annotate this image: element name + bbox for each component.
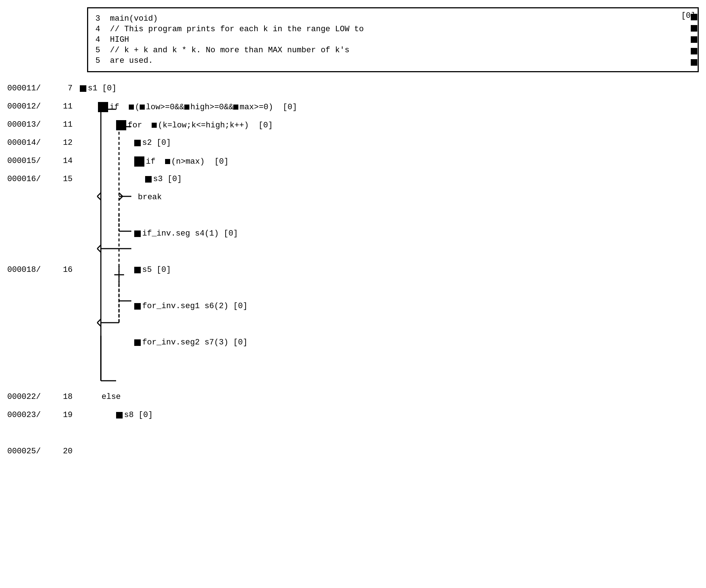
comment-line-2: 4 // This program prints for each k in t… xyxy=(95,25,676,34)
main-container: [0] 3 main(void) 4 // This program print… xyxy=(7,7,699,465)
addr-000013: 000013/ xyxy=(7,120,54,129)
row-gap3 xyxy=(7,283,699,301)
row-s2: 000014/ 12 s2 [0] xyxy=(7,138,699,156)
content-s8: s8 [0] xyxy=(80,411,699,420)
content-if-nmax: if (n>max) [0] xyxy=(80,156,699,167)
comment-sq-3 xyxy=(691,36,697,43)
comment-box: [0] 3 main(void) 4 // This program print… xyxy=(87,7,699,72)
content-for: for (k=low;k<=high;k++) [0] xyxy=(80,120,699,130)
bullet-if-paren1 xyxy=(129,105,134,110)
row-if-nmax: 000015/ 14 if (n>max) [0] xyxy=(7,156,699,174)
content-break: break xyxy=(80,193,699,202)
bullet-ifinv xyxy=(134,230,141,237)
comment-line-3: 4 HIGH xyxy=(95,35,676,44)
content-s1: s1 [0] xyxy=(80,84,699,93)
linenum-11a: 11 xyxy=(54,102,80,111)
content-s5: s5 [0] xyxy=(80,265,699,274)
content-forinv2: for_inv.seg2 s7(3) [0] xyxy=(80,338,699,347)
row-gap6 xyxy=(7,374,699,392)
bullet-s5 xyxy=(134,267,141,273)
linenum-7: 7 xyxy=(54,84,80,93)
row-gap4 xyxy=(7,320,699,337)
linenum-14: 14 xyxy=(54,156,80,166)
bullet-s3 xyxy=(145,176,152,183)
linenum-18: 18 xyxy=(54,392,80,401)
row-if: 000012/ 11 if ( low>=0&& high>=0&& max>=… xyxy=(7,102,699,119)
content-s3: s3 [0] xyxy=(80,175,699,184)
comment-sq-4 xyxy=(691,48,697,54)
bullet-if-nmax-paren xyxy=(165,159,170,164)
row-forinv2: for_inv.seg2 s7(3) [0] xyxy=(7,338,699,355)
row-else: 000022/ 18 else xyxy=(7,392,699,410)
comment-line-4: 5 // k + k and k * k. No more than MAX n… xyxy=(95,46,676,55)
content-if-inv: if_inv.seg s4(1) [0] xyxy=(80,229,699,238)
content-s2: s2 [0] xyxy=(80,138,699,147)
addr-000015: 000015/ xyxy=(7,156,54,166)
bullet-s8 xyxy=(116,412,123,418)
addr-000023: 000023/ xyxy=(7,411,54,420)
linenum-15: 15 xyxy=(54,175,80,184)
row-if-inv: if_inv.seg s4(1) [0] xyxy=(7,229,699,246)
bullet-if-low xyxy=(140,105,145,110)
bullet-forinv2 xyxy=(134,339,141,346)
row-break: break xyxy=(7,193,699,210)
content-forinv1: for_inv.seg1 s6(2) [0] xyxy=(80,302,699,311)
row-gap1 xyxy=(7,211,699,228)
content-if: if ( low>=0&& high>=0&& max>=0) [0] xyxy=(80,102,699,112)
bullet-s1 xyxy=(80,85,86,92)
bullet-if-large xyxy=(98,102,108,112)
content-else: else xyxy=(80,392,699,401)
row-gap5 xyxy=(7,356,699,373)
code-diagram: 000011/ 7 s1 [0] 000012/ 11 if ( low>=0&… xyxy=(7,83,699,465)
addr-000011: 000011/ xyxy=(7,84,54,93)
comment-sq-5 xyxy=(691,59,697,66)
bullet-forinv1 xyxy=(134,303,141,310)
bullet-for-paren xyxy=(152,123,157,128)
row-forinv1: for_inv.seg1 s6(2) [0] xyxy=(7,302,699,319)
addr-000022: 000022/ xyxy=(7,392,54,401)
row-end: 000025/ 20 xyxy=(7,447,699,464)
linenum-11b: 11 xyxy=(54,120,80,129)
addr-000016: 000016/ xyxy=(7,175,54,184)
row-s8: 000023/ 19 s8 [0] xyxy=(7,411,699,428)
row-s1: 000011/ 7 s1 [0] xyxy=(7,84,699,101)
comment-line-5: 5 are used. xyxy=(95,56,676,65)
comment-sq-2 xyxy=(691,25,697,32)
addr-000018: 000018/ xyxy=(7,265,54,274)
row-for: 000013/ 11 for (k=low;k<=high;k++) [0] xyxy=(7,120,699,138)
addr-000025: 000025/ xyxy=(7,447,54,456)
addr-000014: 000014/ xyxy=(7,138,54,147)
bullet-s2 xyxy=(134,140,141,146)
bullet-if-high xyxy=(184,105,189,110)
comment-right-squares xyxy=(691,8,699,71)
comment-sq-1 xyxy=(691,14,697,20)
bullet-if-nmax-large xyxy=(134,156,144,167)
linenum-16: 16 xyxy=(54,265,80,274)
linenum-19: 19 xyxy=(54,411,80,420)
addr-000012: 000012/ xyxy=(7,102,54,111)
row-gap7 xyxy=(7,429,699,446)
comment-line-1: 3 main(void) xyxy=(95,14,676,23)
row-s5: 000018/ 16 s5 [0] xyxy=(7,265,699,283)
linenum-12: 12 xyxy=(54,138,80,147)
row-gap2 xyxy=(7,247,699,265)
bullet-for-large xyxy=(116,120,126,130)
bullet-if-max xyxy=(233,105,238,110)
linenum-20: 20 xyxy=(54,447,80,456)
row-s3: 000016/ 15 s3 [0] xyxy=(7,175,699,192)
